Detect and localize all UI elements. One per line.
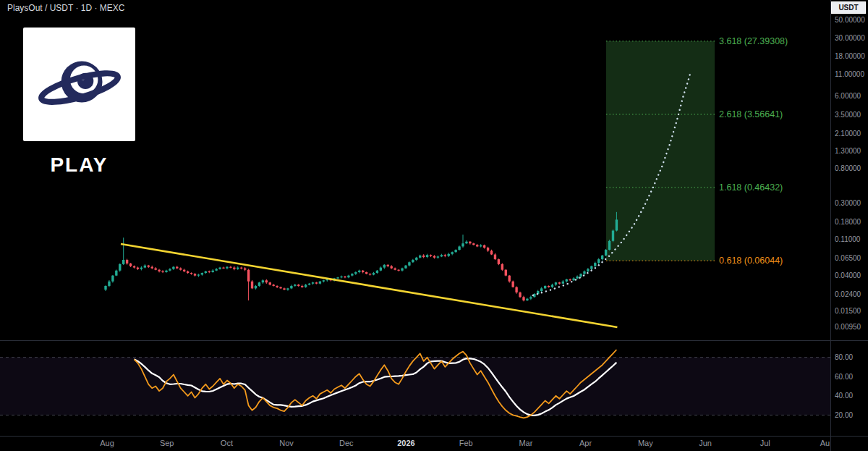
candle-body <box>362 271 364 272</box>
time-axis-label[interactable]: Dec <box>339 439 354 447</box>
time-axis-label[interactable]: Oct <box>221 439 233 447</box>
price-axis-label[interactable]: 0.30000 <box>835 199 861 207</box>
candle-body <box>551 284 553 287</box>
playsout-eye-planet-icon <box>35 41 124 129</box>
time-axis-label[interactable]: Nov <box>279 439 294 447</box>
price-axis-label[interactable]: 0.11000 <box>835 235 861 243</box>
candle-body <box>283 288 285 290</box>
candle-body <box>494 255 496 260</box>
candle-body <box>212 271 214 272</box>
price-axis-label[interactable]: 0.01500 <box>835 307 861 315</box>
price-axis-label[interactable]: 0.18000 <box>835 218 861 226</box>
candle-body <box>590 266 592 269</box>
rsi-axis-label[interactable]: 60.00 <box>835 373 853 381</box>
candle-body <box>269 282 271 284</box>
time-axis-label[interactable]: Mar <box>519 439 532 447</box>
time-axis-label[interactable]: Aug <box>100 439 114 447</box>
candle-body <box>451 252 453 254</box>
price-axis-label[interactable]: 0.00950 <box>835 323 861 331</box>
candle-body <box>290 286 292 288</box>
candle-body <box>151 267 153 269</box>
rsi-axis-label[interactable]: 20.00 <box>835 411 853 419</box>
candle-body <box>319 282 321 284</box>
price-axis-label[interactable]: 0.06500 <box>835 254 861 262</box>
price-axis-label[interactable]: 6.00000 <box>835 92 861 100</box>
candle-body <box>255 286 257 288</box>
time-axis-label[interactable]: Jun <box>699 439 712 447</box>
price-axis-label[interactable]: 11.00000 <box>835 70 864 78</box>
candle-body <box>454 250 456 252</box>
price-axis-label[interactable]: 0.04000 <box>835 271 861 279</box>
price-axis-label[interactable]: 30.00000 <box>835 34 865 42</box>
price-axis-label[interactable]: 0.02400 <box>835 290 861 298</box>
candle-body <box>340 277 342 277</box>
candle-body <box>140 268 142 269</box>
candle-body <box>579 274 582 277</box>
candle-body <box>229 267 231 268</box>
candle-body <box>176 267 178 269</box>
candle-body <box>616 219 618 230</box>
candle-body <box>154 269 156 270</box>
price-axis-label[interactable]: 3.50000 <box>835 111 861 119</box>
candle-body <box>397 270 399 271</box>
candle-body <box>483 245 485 248</box>
candle-body <box>544 286 546 288</box>
candle-body <box>194 274 196 275</box>
time-axis-label[interactable]: Jul <box>760 439 770 447</box>
rsi-axis-label[interactable]: 40.00 <box>835 392 853 400</box>
candle-body <box>129 264 132 266</box>
candle-body <box>258 282 260 286</box>
candle-body <box>208 271 210 272</box>
candle-body <box>393 269 396 270</box>
candle-body <box>608 241 610 250</box>
candle-body <box>294 284 296 286</box>
price-axis-label[interactable]: 2.10000 <box>835 130 861 138</box>
currency-toggle-button[interactable]: USDT <box>831 1 866 14</box>
price-axis-label[interactable]: 0.80000 <box>835 164 861 172</box>
candle-body <box>365 272 367 274</box>
candle-body <box>308 284 310 285</box>
price-axis-label[interactable]: 1.30000 <box>835 147 861 155</box>
candle-body <box>312 282 314 284</box>
candle-body <box>511 282 514 287</box>
fib-level-label: 1.618 (0.46432) <box>719 182 783 193</box>
candle-body <box>137 268 139 269</box>
candle-body <box>408 262 410 265</box>
time-axis-label[interactable]: May <box>638 439 653 447</box>
candle-body <box>605 250 607 256</box>
candle-body <box>247 270 250 282</box>
candle-body <box>369 274 371 274</box>
candle-body <box>158 270 160 271</box>
candle-body <box>501 264 503 270</box>
candle-body <box>297 284 299 286</box>
candle-body <box>562 282 564 284</box>
symbol-title[interactable]: PlaysOut / USDT · 1D · MEXC <box>7 3 124 13</box>
candle-body <box>179 269 182 270</box>
candle-body <box>161 271 163 272</box>
price-axis-label[interactable]: 18.00000 <box>835 52 865 60</box>
descending-trendline[interactable] <box>121 244 617 327</box>
candle-body <box>441 255 443 256</box>
time-axis-label[interactable]: Sep <box>160 439 174 447</box>
candle-body <box>498 259 500 264</box>
candle-body <box>265 280 268 282</box>
fib-extension-box[interactable] <box>606 41 715 261</box>
candle-body <box>509 276 511 282</box>
time-axis-label[interactable]: Feb <box>459 439 473 447</box>
candle-body <box>555 282 557 284</box>
rsi-band <box>0 358 830 416</box>
time-axis-label[interactable]: Apr <box>579 439 592 447</box>
candle-body <box>387 265 389 266</box>
candle-body <box>244 269 246 270</box>
rsi-axis-label[interactable]: 80.00 <box>835 353 853 361</box>
candle-body <box>505 270 507 276</box>
price-axis-label[interactable]: 50.00000 <box>835 16 865 24</box>
time-axis-label[interactable]: Au <box>820 439 830 447</box>
candle-body <box>419 256 421 258</box>
candle-body <box>126 260 128 264</box>
fib-level-label: 2.618 (3.56641) <box>719 109 783 119</box>
candle-body <box>201 273 203 274</box>
candle-body <box>587 269 589 271</box>
candle-body <box>558 282 561 284</box>
time-axis-label[interactable]: 2026 <box>397 439 414 447</box>
